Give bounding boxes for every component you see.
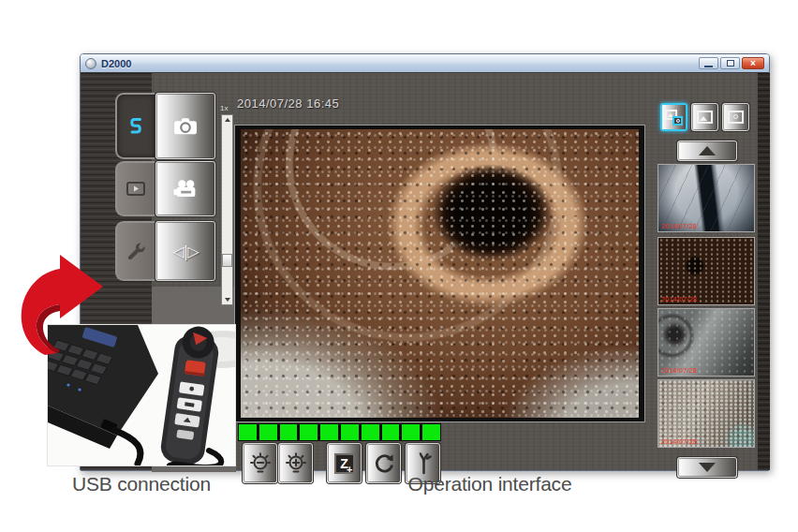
retrieval-tool-icon	[411, 451, 436, 476]
restore-button[interactable]	[720, 57, 740, 69]
light-level-bar	[238, 423, 441, 441]
page: D2000 ×	[0, 0, 798, 532]
rotate-icon	[372, 451, 396, 476]
zoom-level-label: 1x	[220, 104, 228, 112]
thumbnail-timestamp: 2014/07/28	[661, 367, 697, 374]
compare-playback-button[interactable]: ◁|▷	[155, 221, 215, 281]
snapshot-button[interactable]	[155, 93, 215, 159]
gallery-thumbnail-4[interactable]: 2014/07/28	[658, 379, 755, 448]
video-camera-icon	[173, 179, 199, 199]
gallery-thumbnail-2[interactable]: 2014/07/28	[658, 237, 755, 305]
live-timestamp: 2014/07/28 16:45	[237, 96, 339, 111]
level-segment	[320, 424, 338, 440]
bulb-minus-icon	[248, 451, 273, 476]
slider-down-arrow[interactable]	[222, 295, 232, 304]
filter-videos-button[interactable]	[722, 103, 749, 131]
red-arrow-icon	[19, 253, 103, 358]
record-button[interactable]	[155, 161, 215, 216]
probe-scope-icon	[126, 116, 146, 137]
camera-icon	[173, 116, 198, 136]
close-button[interactable]: ×	[742, 57, 764, 69]
close-icon: ×	[750, 59, 756, 68]
level-segment	[402, 424, 420, 440]
window-title: D2000	[101, 58, 131, 69]
level-segment	[280, 424, 298, 440]
level-segment	[239, 424, 257, 440]
filter-all-media-button[interactable]	[660, 103, 687, 131]
slider-up-arrow[interactable]	[222, 115, 232, 125]
caption-operation-interface: Operation interface	[349, 473, 630, 495]
scroll-down-icon	[699, 463, 716, 472]
brightness-up-button[interactable]	[278, 443, 313, 483]
compare-playback-icon: ◁|▷	[173, 243, 199, 260]
gallery-thumbnail-1[interactable]: 2014/07/28	[658, 164, 755, 232]
scroll-up-icon	[699, 146, 716, 155]
gallery-thumbnail-3[interactable]: 2014/07/28	[658, 308, 755, 377]
level-segment	[422, 424, 440, 440]
level-segment	[300, 424, 318, 440]
bulb-plus-icon	[284, 451, 308, 476]
tab-settings[interactable]	[115, 221, 155, 281]
down-arrow-icon	[225, 298, 230, 302]
gallery-scroll-down-button[interactable]	[677, 457, 737, 478]
thumbnail-timestamp: 2014/07/28	[661, 296, 697, 303]
caption-usb-connection: USB connection	[47, 473, 236, 495]
video-clip-icon	[728, 111, 744, 124]
tab-file-playback[interactable]	[115, 161, 155, 216]
restore-icon	[727, 60, 734, 66]
thumbnail-timestamp: 2014/07/28	[661, 223, 697, 229]
level-segment	[362, 424, 379, 440]
thumbnail-timestamp: 2014/07/28	[661, 438, 697, 445]
brightness-down-button[interactable]	[243, 443, 277, 483]
file-play-icon	[126, 182, 145, 196]
window-controls: ×	[699, 57, 764, 69]
right-texture-strip	[758, 73, 770, 470]
slider-thumb[interactable]	[222, 254, 232, 267]
gallery-scroll-up-button[interactable]	[677, 140, 737, 161]
live-video-frame	[234, 125, 645, 422]
titlebar: D2000 ×	[81, 54, 769, 72]
level-segment	[259, 424, 277, 440]
up-arrow-icon	[225, 118, 230, 122]
minimize-icon	[704, 66, 713, 67]
photo-icon	[697, 111, 713, 124]
wrench-icon	[126, 242, 145, 260]
level-segment	[341, 424, 359, 440]
level-segment	[382, 424, 400, 440]
filter-photos-button[interactable]	[691, 103, 718, 131]
media-all-icon	[665, 110, 683, 126]
app-icon	[85, 58, 96, 69]
minimize-button[interactable]	[699, 57, 718, 69]
live-video-feed	[241, 129, 639, 418]
zoom-slider[interactable]	[221, 114, 233, 305]
tab-probe-live[interactable]	[115, 93, 155, 159]
zoom-z-icon: Z +	[334, 453, 355, 474]
